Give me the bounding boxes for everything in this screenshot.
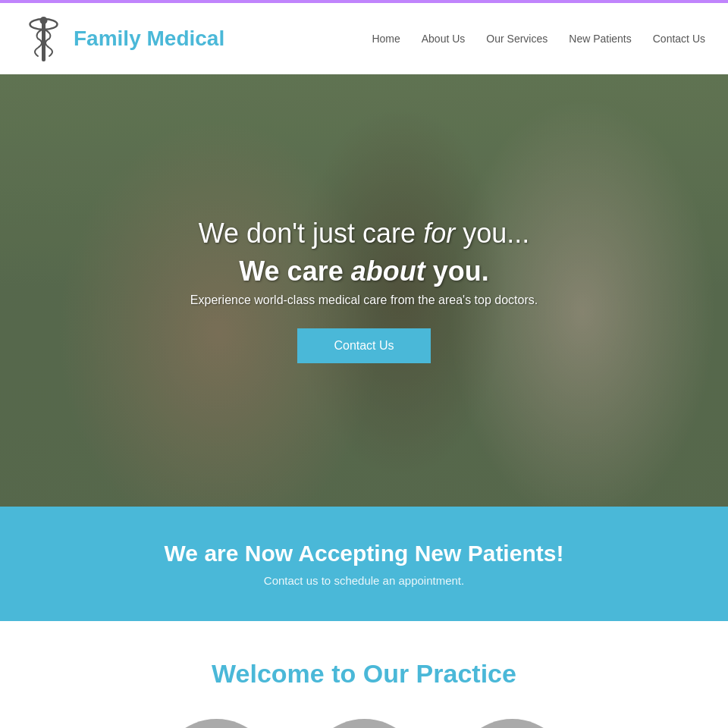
hero-headline-1: We don't just care for you... (190, 218, 538, 249)
hero-content: We don't just care for you... We care ab… (175, 202, 553, 378)
hero-contact-button[interactable]: Contact Us (297, 328, 430, 363)
accepting-banner: We are Now Accepting New Patients! Conta… (0, 507, 728, 621)
caduceus-icon (23, 12, 64, 65)
accepting-subtext: Contact us to schedule an appointment. (15, 574, 713, 587)
logo-area: Family Medical (23, 12, 224, 65)
welcome-heading: Welcome to Our Practice (15, 659, 713, 689)
welcome-section: Welcome to Our Practice (0, 621, 728, 728)
site-header: Family Medical Home About Us Our Service… (0, 0, 728, 74)
nav-about[interactable]: About Us (422, 33, 466, 45)
hero-section: We don't just care for you... We care ab… (0, 74, 728, 507)
nav-contact[interactable]: Contact Us (653, 33, 705, 45)
clipboard-icon-circle (306, 719, 423, 728)
stethoscope-icon-circle (158, 719, 275, 728)
family-icon-circle (453, 719, 571, 728)
hero-subtitle: Experience world-class medical care from… (190, 293, 538, 307)
nav-home[interactable]: Home (372, 33, 400, 45)
svg-rect-0 (42, 20, 46, 61)
service-icons-row (15, 719, 713, 728)
hero-headline-2: We care about you. (190, 256, 538, 287)
logo-text: Family Medical (74, 27, 224, 51)
main-nav: Home About Us Our Services New Patients … (372, 33, 705, 45)
nav-new-patients[interactable]: New Patients (569, 33, 631, 45)
accepting-heading: We are Now Accepting New Patients! (15, 541, 713, 566)
svg-point-2 (40, 17, 48, 24)
nav-services[interactable]: Our Services (486, 33, 548, 45)
